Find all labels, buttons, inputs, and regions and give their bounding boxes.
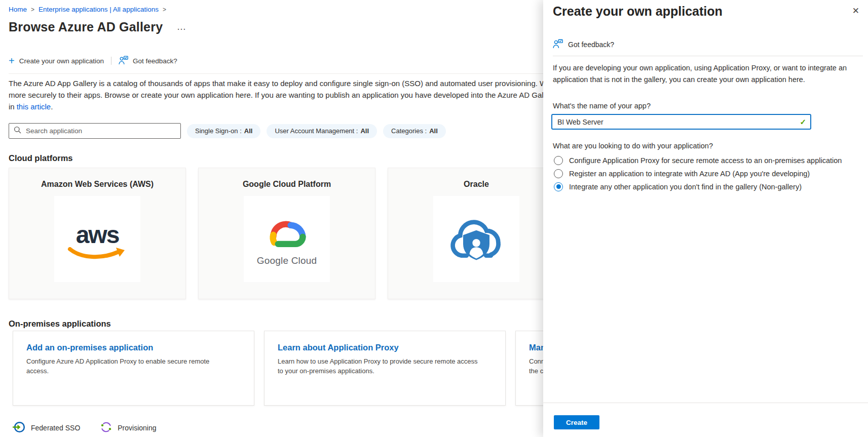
create-your-own-application-panel: Create your own application ✕ Got feedba… bbox=[543, 0, 868, 437]
provisioning-icon bbox=[100, 421, 112, 434]
page-title: Browse Azure AD Gallery bbox=[9, 19, 163, 34]
panel-divider bbox=[553, 56, 863, 56]
cloud-platform-cards: Amazon Web Services (AWS) aws Google Clo… bbox=[9, 168, 565, 299]
page-title-row: Browse Azure AD Gallery ⋯ bbox=[9, 19, 186, 34]
panel-title: Create your own application bbox=[553, 4, 723, 19]
radio-label: Configure Application Proxy for secure r… bbox=[569, 156, 842, 165]
filter-value: All bbox=[429, 127, 438, 135]
app-name-field-wrapper: ✓ bbox=[551, 114, 811, 130]
got-feedback-label: Got feedback? bbox=[133, 57, 177, 65]
filter-categories[interactable]: Categories : All bbox=[383, 124, 446, 138]
oracle-cloud-logo bbox=[433, 196, 519, 282]
filter-value: All bbox=[244, 127, 253, 135]
browse-azure-ad-gallery-page: Home > Enterprise applications | All app… bbox=[0, 0, 868, 437]
card-oracle[interactable]: Oracle bbox=[388, 168, 565, 299]
aws-logo-text: aws bbox=[76, 223, 119, 247]
breadcrumb-link-home[interactable]: Home bbox=[9, 6, 27, 13]
application-search-box[interactable] bbox=[9, 123, 181, 139]
app-name-input[interactable] bbox=[551, 114, 811, 130]
panel-description-line: If you are developing your own applicati… bbox=[553, 62, 847, 74]
panel-description-line: application that is not in the gallery, … bbox=[553, 74, 847, 86]
radio-button[interactable] bbox=[554, 169, 563, 178]
legend-label: Provisioning bbox=[118, 424, 156, 432]
filter-user-account-management[interactable]: User Account Management : All bbox=[267, 124, 377, 138]
feedback-icon bbox=[119, 56, 128, 66]
radio-label: Integrate any other application you don'… bbox=[569, 183, 802, 191]
toolbar-divider bbox=[111, 57, 111, 65]
google-cloud-caption: Google Cloud bbox=[257, 255, 317, 266]
filter-label: Categories : bbox=[391, 127, 427, 135]
filter-single-sign-on[interactable]: Single Sign-on : All bbox=[187, 124, 260, 138]
panel-footer-divider bbox=[543, 403, 868, 403]
aws-smile-arrow-icon bbox=[67, 247, 127, 260]
federated-sso-icon bbox=[13, 421, 25, 435]
card-title: Google Cloud Platform bbox=[199, 180, 375, 189]
card-learn-about-application-proxy[interactable]: Learn about Application Proxy Learn how … bbox=[264, 331, 506, 406]
create-your-own-application-button[interactable]: + Create your own application bbox=[9, 56, 104, 65]
panel-description: If you are developing your own applicati… bbox=[553, 62, 847, 86]
on-premises-applications-heading: On-premises applications bbox=[9, 319, 111, 329]
chevron-right-icon: > bbox=[163, 6, 166, 13]
filter-value: All bbox=[360, 127, 369, 135]
close-icon[interactable]: ✕ bbox=[852, 6, 859, 16]
card-google-cloud-platform[interactable]: Google Cloud Platform Google Cloud bbox=[198, 168, 375, 299]
card-title: Amazon Web Services (AWS) bbox=[9, 180, 185, 189]
capability-legend: Federated SSO Provisioning bbox=[13, 421, 157, 435]
feedback-icon bbox=[553, 39, 563, 50]
card-description: Learn how to use Application Proxy to pr… bbox=[278, 357, 481, 376]
radio-option-integrate-non-gallery[interactable]: Integrate any other application you don'… bbox=[554, 182, 842, 191]
legend-label: Federated SSO bbox=[31, 424, 80, 432]
this-article-link[interactable]: this article bbox=[17, 102, 51, 111]
gallery-description-text: in bbox=[9, 102, 15, 111]
radio-option-register-application[interactable]: Register an application to integrate wit… bbox=[554, 169, 842, 178]
google-cloud-logo: Google Cloud bbox=[244, 196, 330, 282]
filter-label: Single Sign-on : bbox=[195, 127, 242, 135]
card-description: Configure Azure AD Application Proxy to … bbox=[26, 357, 215, 376]
card-add-on-premises-application[interactable]: Add an on-premises application Configure… bbox=[13, 331, 254, 406]
command-bar: + Create your own application Got feedba… bbox=[9, 55, 177, 66]
app-purpose-radio-group: Configure Application Proxy for secure r… bbox=[554, 155, 842, 191]
filter-bar: Single Sign-on : All User Account Manage… bbox=[9, 123, 446, 139]
legend-provisioning: Provisioning bbox=[100, 421, 156, 434]
breadcrumb-link-enterprise-applications[interactable]: Enterprise applications | All applicatio… bbox=[39, 6, 159, 13]
panel-got-feedback-button[interactable]: Got feedback? bbox=[553, 39, 614, 50]
legend-federated-sso: Federated SSO bbox=[13, 421, 80, 435]
radio-button[interactable] bbox=[554, 156, 563, 165]
more-menu-button[interactable]: ⋯ bbox=[177, 24, 186, 34]
card-title: Oracle bbox=[388, 180, 564, 189]
app-name-label: What's the name of your app? bbox=[553, 102, 651, 110]
filter-label: User Account Management : bbox=[275, 127, 358, 135]
panel-got-feedback-label: Got feedback? bbox=[568, 41, 614, 49]
search-icon bbox=[14, 126, 21, 136]
gallery-description-text: . bbox=[51, 102, 53, 111]
app-purpose-question: What are you looking to do with your app… bbox=[553, 142, 713, 150]
card-title-link[interactable]: Add an on-premises application bbox=[26, 343, 241, 352]
valid-check-icon: ✓ bbox=[800, 117, 806, 127]
radio-label: Register an application to integrate wit… bbox=[569, 170, 810, 178]
cloud-platforms-heading: Cloud platforms bbox=[9, 153, 73, 163]
search-input[interactable] bbox=[25, 127, 176, 135]
chevron-right-icon: > bbox=[31, 6, 34, 13]
create-button[interactable]: Create bbox=[554, 415, 599, 429]
create-your-own-application-label: Create your own application bbox=[19, 57, 104, 65]
oracle-cloud-shield-icon bbox=[444, 213, 509, 265]
breadcrumb: Home > Enterprise applications | All app… bbox=[9, 6, 166, 13]
add-icon: + bbox=[9, 56, 15, 65]
radio-button-selected[interactable] bbox=[554, 182, 563, 191]
card-amazon-web-services[interactable]: Amazon Web Services (AWS) aws bbox=[9, 168, 186, 299]
card-title-link[interactable]: Learn about Application Proxy bbox=[278, 343, 492, 352]
google-cloud-icon bbox=[260, 212, 313, 253]
aws-logo: aws bbox=[54, 196, 140, 282]
got-feedback-button[interactable]: Got feedback? bbox=[119, 56, 177, 66]
radio-option-configure-application-proxy[interactable]: Configure Application Proxy for secure r… bbox=[554, 155, 842, 165]
